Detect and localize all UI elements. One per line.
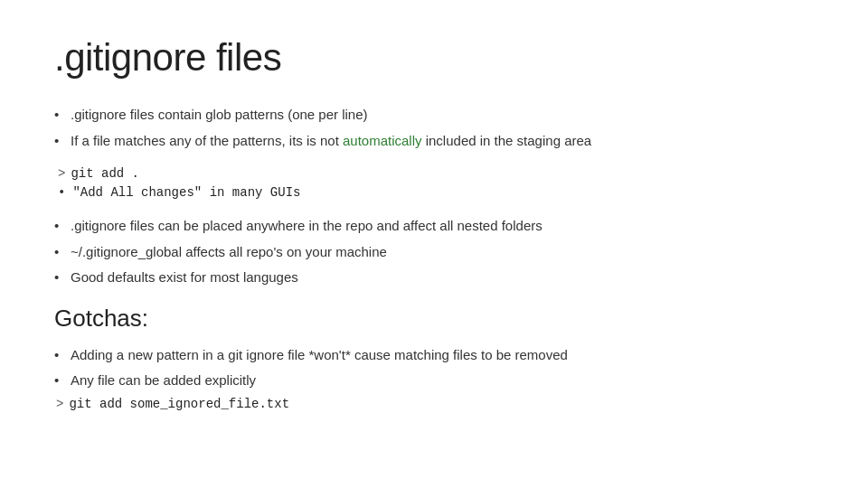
additional-bullet-text-2: ~/.gitignore_global affects all repo's o…: [71, 244, 387, 259]
additional-bullet-text-1: .gitignore files can be placed anywhere …: [71, 218, 542, 233]
additional-bullet-3: Good defaults exist for most languges: [54, 267, 814, 288]
code-text-git-add: git add .: [71, 164, 139, 183]
additional-bullet-2: ~/.gitignore_global affects all repo's o…: [54, 242, 814, 263]
additional-bullets-section: .gitignore files can be placed anywhere …: [54, 216, 814, 288]
main-bullets-section: .gitignore files contain glob patterns (…: [54, 105, 814, 200]
gotcha-item-1: Adding a new pattern in a git ignore fil…: [54, 345, 814, 366]
gotcha-code-prompt: >: [56, 397, 63, 411]
main-bullet-list: .gitignore files contain glob patterns (…: [54, 105, 814, 151]
code-comment-line: "Add All changes" in many GUIs: [58, 185, 814, 200]
code-line-prompt: > git add .: [58, 164, 814, 183]
code-prompt-symbol: >: [58, 164, 65, 183]
gotchas-section: Gotchas: Adding a new pattern in a git i…: [54, 305, 814, 411]
page-title: .gitignore files: [54, 36, 814, 80]
bullet-item-1: .gitignore files contain glob patterns (…: [54, 105, 814, 126]
bullet-text-2-highlight: automatically: [343, 133, 422, 148]
bullet-item-2: If a file matches any of the patterns, i…: [54, 131, 814, 152]
additional-bullet-list: .gitignore files can be placed anywhere …: [54, 216, 814, 288]
bullet-text-2-before: If a file matches any of the patterns, i…: [71, 133, 343, 148]
gotcha-item-2: Any file can be added explicitly: [54, 371, 814, 391]
bullet-text-2-after: included in the staging area: [422, 133, 592, 148]
gotcha-text-2: Any file can be added explicitly: [71, 372, 256, 388]
gotcha-code-line: > git add some_ignored_file.txt: [54, 397, 814, 411]
code-comment-text: "Add All changes" in many GUIs: [72, 185, 300, 200]
gotcha-text-1: Adding a new pattern in a git ignore fil…: [71, 347, 568, 362]
bullet-text-1: .gitignore files contain glob patterns (…: [71, 107, 368, 122]
additional-bullet-text-3: Good defaults exist for most languges: [71, 269, 298, 285]
gotcha-code-text: git add some_ignored_file.txt: [69, 397, 289, 411]
gotchas-list: Adding a new pattern in a git ignore fil…: [54, 345, 814, 391]
code-block-git-add: > git add . "Add All changes" in many GU…: [54, 164, 814, 200]
gotchas-heading: Gotchas:: [54, 305, 814, 333]
additional-bullet-1: .gitignore files can be placed anywhere …: [54, 216, 814, 237]
